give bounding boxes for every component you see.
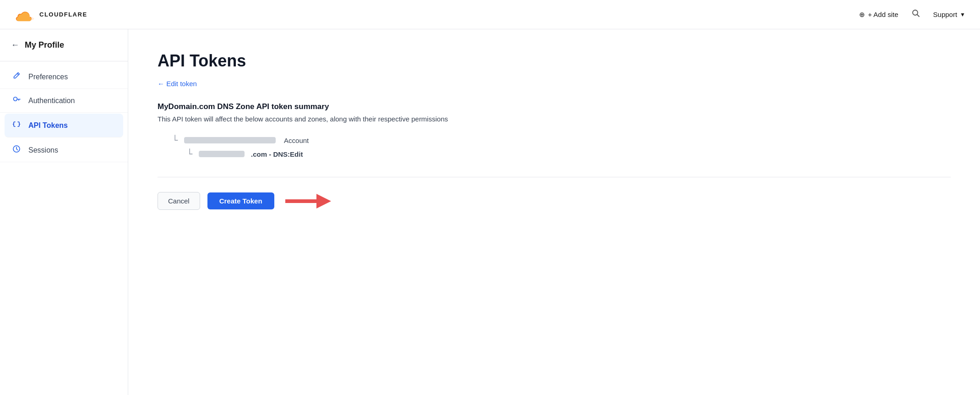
sidebar-item-api-tokens[interactable]: API Tokens xyxy=(5,114,123,137)
sidebar: ← My Profile Preferences xyxy=(0,29,128,395)
summary-desc: This API token will affect the below acc… xyxy=(158,115,951,123)
edit-token-link[interactable]: ← Edit token xyxy=(158,80,197,88)
support-button[interactable]: Support ▼ xyxy=(933,11,965,18)
logo: CLOUDFLARE xyxy=(15,8,87,22)
key-icon xyxy=(11,95,22,106)
red-arrow-icon xyxy=(285,193,331,209)
svg-point-1 xyxy=(913,10,918,15)
dns-label: .com - DNS:Edit xyxy=(251,150,303,158)
preferences-label: Preferences xyxy=(28,73,68,81)
tree-account-row: └ Account xyxy=(172,136,951,145)
account-blurred-name xyxy=(184,137,276,143)
sidebar-item-sessions[interactable]: Sessions xyxy=(0,138,128,162)
sidebar-back-label: My Profile xyxy=(25,40,64,50)
add-site-label: + Add site xyxy=(868,11,898,18)
add-site-icon: ⊕ xyxy=(859,11,865,19)
section-divider xyxy=(158,177,951,177)
svg-marker-4 xyxy=(285,194,331,208)
add-site-button[interactable]: ⊕ + Add site xyxy=(859,11,898,19)
summary-section: MyDomain.com DNS Zone API token summary … xyxy=(158,102,951,159)
page-title: API Tokens xyxy=(158,51,951,71)
support-label: Support xyxy=(933,11,958,18)
main-content: API Tokens ← Edit token MyDomain.com DNS… xyxy=(128,29,980,395)
arrow-indicator xyxy=(285,193,331,209)
sidebar-item-preferences[interactable]: Preferences xyxy=(0,65,128,89)
logo-text: CLOUDFLARE xyxy=(39,11,87,18)
dns-blurred-name xyxy=(199,151,245,157)
braces-icon xyxy=(11,120,22,131)
svg-point-2 xyxy=(14,97,17,101)
header-right: ⊕ + Add site Support ▼ xyxy=(859,9,965,20)
search-icon xyxy=(911,9,920,18)
account-label: Account xyxy=(284,137,309,144)
sidebar-item-authentication[interactable]: Authentication xyxy=(0,89,128,113)
tree-corner-dns: └ xyxy=(187,149,192,159)
pencil-icon xyxy=(11,71,22,82)
sessions-label: Sessions xyxy=(28,146,58,154)
authentication-label: Authentication xyxy=(28,97,75,105)
summary-title: MyDomain.com DNS Zone API token summary xyxy=(158,102,951,111)
api-tokens-label: API Tokens xyxy=(28,121,68,130)
tree-dns-row: └ .com - DNS:Edit xyxy=(187,149,951,159)
back-arrow-icon: ← xyxy=(11,40,19,50)
cancel-button[interactable]: Cancel xyxy=(158,192,200,210)
search-button[interactable] xyxy=(911,9,920,20)
sidebar-nav: Preferences Authentication xyxy=(0,61,128,166)
cloudflare-logo-icon xyxy=(15,8,35,22)
action-buttons: Cancel Create Token xyxy=(158,192,951,210)
create-token-button[interactable]: Create Token xyxy=(207,192,274,209)
chevron-down-icon: ▼ xyxy=(960,11,965,18)
clock-icon xyxy=(11,145,22,155)
token-tree: └ Account └ .com - DNS:Edit xyxy=(172,136,951,159)
app-header: CLOUDFLARE ⊕ + Add site Support ▼ xyxy=(0,0,980,29)
page-layout: ← My Profile Preferences xyxy=(0,29,980,395)
sidebar-back-button[interactable]: ← My Profile xyxy=(0,29,128,61)
tree-corner-account: └ xyxy=(172,136,178,145)
